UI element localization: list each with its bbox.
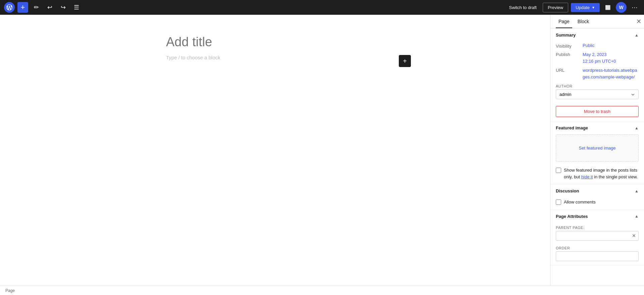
tab-page[interactable]: Page xyxy=(556,15,572,28)
add-block-inline-button[interactable]: + xyxy=(399,55,411,67)
undo-button[interactable]: ↩ xyxy=(44,2,55,13)
discussion-section: Discussion ▲ Allow comments xyxy=(550,184,644,210)
featured-image-toggle-icon: ▲ xyxy=(635,126,639,130)
sidebar-tabs: Page Block ✕ xyxy=(550,15,644,28)
visibility-value[interactable]: Public xyxy=(583,43,594,48)
visibility-label: Visibility xyxy=(556,43,583,49)
show-featured-image-checkbox[interactable] xyxy=(556,168,561,173)
parent-page-section: PARENT PAGE: ✕ xyxy=(550,223,644,245)
page-attributes-toggle-icon: ▲ xyxy=(635,214,639,219)
toolbar-right: Switch to draft Preview Update ▼ ⬜ W ⋯ xyxy=(506,2,640,13)
update-button[interactable]: Update ▼ xyxy=(571,3,600,12)
status-page-label: Page xyxy=(5,288,15,293)
editor-area: Type / to choose a block + xyxy=(0,15,550,286)
edit-button[interactable]: ✏ xyxy=(31,2,42,13)
parent-page-label: PARENT PAGE: xyxy=(556,226,639,230)
discussion-title: Discussion xyxy=(556,188,579,193)
view-toggle-button[interactable]: ⬜ xyxy=(602,2,613,13)
toolbar: + ✏ ↩ ↪ ☰ Switch to draft Preview Update… xyxy=(0,0,644,15)
list-view-button[interactable]: ☰ xyxy=(71,2,82,13)
status-bar: Page xyxy=(0,286,644,295)
summary-title: Summary xyxy=(556,33,576,38)
featured-image-header[interactable]: Featured image ▲ xyxy=(550,121,644,134)
publish-label: Publish xyxy=(556,51,583,57)
url-label: URL xyxy=(556,67,583,73)
add-block-button[interactable]: + xyxy=(17,2,28,13)
page-attributes-header[interactable]: Page Attributes ▲ xyxy=(550,210,644,223)
author-select[interactable]: admin xyxy=(556,90,639,99)
wp-logo-icon xyxy=(6,4,12,10)
author-label: AUTHOR xyxy=(556,84,639,88)
main-layout: Type / to choose a block + Page Block ✕ … xyxy=(0,15,644,286)
allow-comments-checkbox[interactable] xyxy=(556,199,561,205)
update-chevron-icon: ▼ xyxy=(592,6,595,9)
sidebar: Page Block ✕ Summary ▲ Visibility Public… xyxy=(550,15,644,286)
summary-section: Summary ▲ Visibility Public Publish May … xyxy=(550,28,644,121)
switch-to-draft-button[interactable]: Switch to draft xyxy=(506,3,540,12)
parent-input-wrap: ✕ xyxy=(556,231,639,241)
summary-toggle-icon: ▲ xyxy=(635,33,639,38)
redo-button[interactable]: ↪ xyxy=(58,2,68,13)
allow-comments-label: Allow comments xyxy=(564,199,596,205)
order-input[interactable] xyxy=(556,251,639,261)
block-placeholder: Type / to choose a block xyxy=(166,55,384,60)
featured-image-title: Featured image xyxy=(556,125,588,130)
url-row: URL wordpress-tutorials.atwebpages.com/s… xyxy=(550,66,644,81)
summary-header[interactable]: Summary ▲ xyxy=(550,28,644,42)
page-attributes-section: Page Attributes ▲ PARENT PAGE: ✕ ORDER xyxy=(550,210,644,266)
more-options-button[interactable]: ⋯ xyxy=(629,2,640,13)
tab-block[interactable]: Block xyxy=(575,15,592,28)
visibility-row: Visibility Public xyxy=(550,42,644,50)
publish-row: Publish May 2, 2023 12:16 pm UTC+0 xyxy=(550,50,644,66)
publish-value[interactable]: May 2, 2023 12:16 pm UTC+0 xyxy=(583,51,616,64)
title-input[interactable] xyxy=(166,35,384,49)
show-featured-image-row: Show featured image in the posts lists o… xyxy=(550,166,644,184)
hide-in-post-link[interactable]: hide it xyxy=(581,174,593,179)
author-section: AUTHOR admin xyxy=(550,81,644,103)
set-featured-image-button[interactable]: Set featured image xyxy=(556,134,639,162)
order-label: ORDER xyxy=(556,246,639,250)
url-value[interactable]: wordpress-tutorials.atwebpages.com/sampl… xyxy=(583,67,639,80)
sidebar-close-button[interactable]: ✕ xyxy=(636,18,641,25)
featured-image-section: Featured image ▲ Set featured image Show… xyxy=(550,121,644,184)
order-section: ORDER xyxy=(550,245,644,265)
move-to-trash-button[interactable]: Move to trash xyxy=(556,106,639,117)
parent-page-clear-button[interactable]: ✕ xyxy=(632,233,636,238)
preview-button[interactable]: Preview xyxy=(543,3,568,12)
discussion-header[interactable]: Discussion ▲ xyxy=(550,184,644,197)
show-featured-image-label: Show featured image in the posts lists o… xyxy=(564,167,639,180)
editor-content: Type / to choose a block + xyxy=(166,35,384,60)
page-attributes-title: Page Attributes xyxy=(556,214,588,219)
allow-comments-row: Allow comments xyxy=(550,197,644,210)
wordpress-logo xyxy=(4,2,15,13)
parent-page-input[interactable] xyxy=(556,231,639,241)
discussion-toggle-icon: ▲ xyxy=(635,189,639,193)
account-button[interactable]: W xyxy=(616,2,627,13)
